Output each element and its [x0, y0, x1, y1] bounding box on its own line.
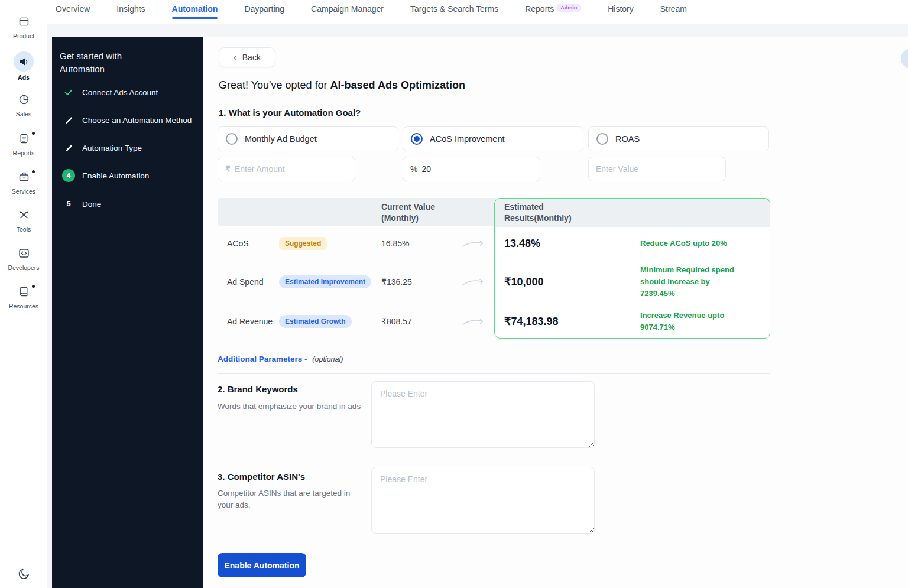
tab-automation[interactable]: Automation	[172, 0, 218, 24]
resources-book-icon	[18, 285, 30, 298]
tab-reports[interactable]: ReportsAdmin	[525, 0, 581, 24]
sidebar-item-ads[interactable]: Ads	[0, 51, 47, 81]
acos-target-input-box[interactable]: %	[403, 157, 540, 181]
rail-label: Reports	[0, 150, 47, 157]
sidebar-item-resources[interactable]: Resources	[0, 285, 47, 310]
tab-label: Campaign Manager	[311, 4, 384, 14]
goal-option-monthly-ad-budget[interactable]: Monthly Ad Budget	[218, 126, 398, 151]
step-choose-automation-method[interactable]: Choose an Automation Method	[52, 111, 203, 129]
radio-selected-icon[interactable]	[411, 133, 423, 145]
tab-label: Targets & Search Terms	[410, 4, 498, 14]
sales-pie-icon	[18, 93, 30, 106]
tab-label: Automation	[172, 4, 218, 14]
step-label: Connect Ads Account	[82, 88, 158, 97]
tab-overview[interactable]: Overview	[56, 0, 90, 24]
notification-dot	[32, 132, 35, 135]
monthly-budget-input-box[interactable]: ₹	[218, 157, 355, 181]
tab-label: Reports	[525, 4, 554, 14]
step-label: Done	[82, 200, 101, 209]
rupee-prefix: ₹	[225, 164, 231, 174]
estimated-improvement-badge: Estimated Improvement	[279, 275, 371, 288]
brand-keywords-textarea[interactable]	[371, 381, 595, 448]
estimated-results-table: Current Value (Monthly) Estimated Result…	[218, 198, 770, 339]
tab-label: Stream	[660, 4, 687, 14]
suggested-badge: Suggested	[279, 237, 327, 250]
rail-label: Developers	[0, 264, 47, 271]
additional-parameters-link[interactable]: Additional Parameters -	[218, 355, 307, 363]
radio-unselected-icon[interactable]	[596, 133, 608, 145]
enable-automation-button[interactable]: Enable Automation	[218, 553, 306, 577]
competitor-asins-textarea[interactable]	[371, 467, 595, 534]
notification-dot	[32, 285, 35, 288]
goal-option-label: ROAS	[615, 134, 640, 144]
active-circle	[14, 51, 34, 72]
goal-option-acos-improvement[interactable]: ACoS Improvement	[403, 126, 583, 151]
col-header-estimated-results: Estimated Results(Monthly)	[504, 202, 593, 224]
tab-insights[interactable]: Insights	[116, 0, 145, 24]
tab-targets-search-terms[interactable]: Targets & Search Terms	[410, 0, 498, 24]
metric-label-ad-revenue: Ad Revenue	[227, 317, 273, 326]
tab-campaign-manager[interactable]: Campaign Manager	[311, 0, 384, 24]
brand-keywords-subtitle: Words that emphasize your brand in ads	[218, 401, 361, 412]
arrow-right-icon	[462, 277, 485, 287]
radio-unselected-icon[interactable]	[226, 133, 238, 145]
tab-label: Insights	[116, 4, 145, 14]
section-divider	[218, 373, 770, 374]
goal-option-roas[interactable]: ROAS	[588, 126, 769, 151]
main-content: ‹ Back Great! You've opted for AI-based …	[203, 37, 908, 588]
step-enable-automation[interactable]: 4 Enable Automation	[52, 167, 203, 184]
step-number: 4	[62, 169, 75, 182]
arrow-right-icon	[462, 317, 485, 326]
roas-value-input[interactable]	[596, 164, 718, 174]
estimated-value-ad-revenue: ₹74,183.98	[504, 315, 559, 328]
tab-label: Overview	[56, 4, 90, 14]
goal-option-label: Monthly Ad Budget	[245, 134, 317, 144]
chevron-left-icon: ‹	[234, 52, 237, 62]
arrow-right-icon	[462, 239, 485, 248]
tab-label: History	[608, 4, 634, 14]
acos-target-input[interactable]	[421, 164, 533, 174]
step-connect-ads-account[interactable]: Connect Ads Account	[52, 83, 203, 101]
moon-icon	[17, 573, 30, 583]
tools-icon	[18, 209, 30, 221]
sidebar-item-reports[interactable]: Reports	[0, 132, 47, 157]
note-ad-spend: Minimum Required spend should increase b…	[640, 264, 745, 300]
notification-dot	[32, 170, 35, 173]
page-title-bold: AI-based Ads Optimization	[330, 79, 465, 91]
optional-label: (optional)	[312, 355, 343, 363]
rail-label: Tools	[0, 226, 47, 233]
step-number-badge: 4	[61, 169, 76, 182]
additional-parameters: Additional Parameters - (optional)	[218, 355, 343, 363]
automation-stepper-panel: Get started with Automation Connect Ads …	[52, 37, 203, 588]
sidebar-item-product[interactable]: Product	[0, 15, 47, 40]
step-done[interactable]: 5 Done	[52, 195, 203, 213]
roas-value-input-box[interactable]	[588, 157, 726, 181]
rail-label: Product	[0, 33, 47, 40]
page-title-prefix: Great! You've opted for	[219, 79, 330, 91]
dark-mode-toggle[interactable]	[17, 567, 30, 581]
check-icon	[61, 87, 76, 97]
sidebar-item-tools[interactable]: Tools	[0, 209, 47, 233]
monthly-budget-input[interactable]	[235, 164, 348, 174]
reports-document-icon	[18, 132, 30, 145]
competitor-asins-title: 3. Competitor ASIN's	[218, 472, 305, 482]
stepper-title-line2: Automation	[60, 63, 122, 76]
active-tab-underline	[172, 17, 218, 19]
rail-label: Ads	[0, 74, 47, 81]
stepper-title: Get started with Automation	[60, 50, 122, 76]
tab-history[interactable]: History	[608, 0, 634, 24]
services-briefcase-icon	[18, 171, 30, 183]
estimated-value-acos: 13.48%	[504, 238, 540, 250]
tab-stream[interactable]: Stream	[660, 0, 687, 24]
tab-dayparting[interactable]: Dayparting	[244, 0, 284, 24]
product-icon	[18, 15, 30, 28]
col-header-current-value: Current Value (Monthly)	[381, 202, 452, 224]
sidebar-item-developers[interactable]: Developers	[0, 247, 47, 271]
back-button[interactable]: ‹ Back	[219, 47, 275, 67]
current-value-ad-spend: ₹136.25	[381, 277, 412, 287]
sidebar-item-services[interactable]: Services	[0, 171, 47, 195]
sidebar-item-sales[interactable]: Sales	[0, 93, 47, 118]
step-automation-type[interactable]: Automation Type	[52, 139, 203, 157]
brand-keywords-title: 2. Brand Keywords	[218, 384, 298, 394]
rail-label: Resources	[0, 303, 47, 310]
